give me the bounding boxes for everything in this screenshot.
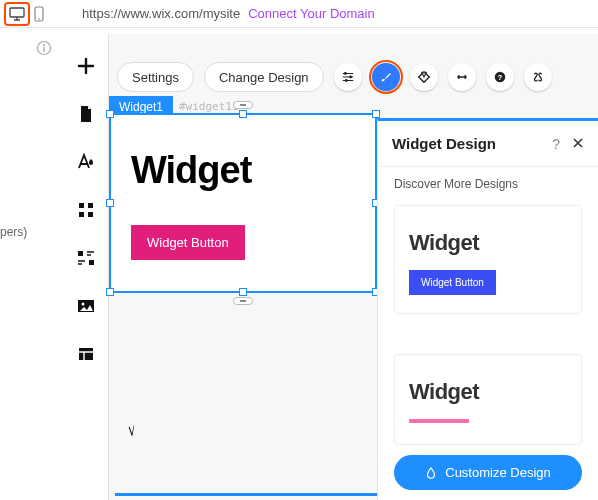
widget-selection[interactable]: Widget Widget Button	[109, 113, 377, 293]
connect-icon	[531, 70, 545, 84]
add-tool[interactable]	[72, 52, 100, 80]
svg-point-16	[349, 76, 352, 79]
drag-handle-bottom[interactable]	[233, 297, 253, 305]
sliders-icon	[341, 70, 355, 84]
design-preview-button	[409, 419, 469, 423]
panel-close-button[interactable]	[572, 136, 584, 152]
svg-point-17	[344, 79, 347, 82]
svg-rect-5	[43, 47, 44, 52]
svg-point-2	[38, 18, 40, 20]
panel-help-button[interactable]: ?	[552, 136, 560, 152]
svg-rect-14	[79, 348, 93, 360]
customize-design-button[interactable]: Customize Design	[394, 455, 582, 490]
info-icon[interactable]	[36, 40, 52, 59]
design-brush-button[interactable]	[372, 63, 400, 91]
design-preview-title: Widget	[409, 379, 567, 405]
help-button[interactable]: ?	[486, 63, 514, 91]
media-tool[interactable]	[72, 292, 100, 320]
svg-text:?: ?	[497, 73, 502, 82]
desktop-view-button[interactable]	[6, 4, 28, 24]
paint-drop-icon	[425, 467, 437, 479]
layout-icon	[78, 347, 94, 361]
text-drop-icon	[77, 153, 95, 171]
resize-handle-ml[interactable]	[106, 199, 114, 207]
desktop-icon	[9, 7, 25, 21]
site-url: https://www.wix.com/mysite	[82, 6, 240, 21]
grid-tool[interactable]	[72, 196, 100, 224]
animate-button[interactable]	[410, 63, 438, 91]
design-option-1[interactable]: Widget Widget Button	[394, 205, 582, 314]
svg-rect-9	[88, 212, 93, 217]
svg-point-15	[344, 72, 347, 75]
design-preview-title: Widget	[409, 230, 567, 256]
svg-rect-11	[89, 260, 94, 265]
design-preview-button: Widget Button	[409, 270, 496, 295]
image-icon	[77, 299, 95, 313]
widget-heading[interactable]: Widget	[131, 149, 251, 192]
mobile-view-button[interactable]	[28, 4, 50, 24]
svg-rect-0	[10, 8, 24, 17]
sections-icon	[77, 250, 95, 266]
svg-rect-10	[78, 251, 83, 256]
widget-button[interactable]: Widget Button	[131, 225, 245, 260]
resize-handle-bm[interactable]	[239, 288, 247, 296]
stretch-button[interactable]	[448, 63, 476, 91]
question-icon: ?	[493, 70, 507, 84]
panel-title: Widget Design	[392, 135, 552, 152]
change-design-button[interactable]: Change Design	[204, 62, 324, 92]
resize-handle-tm[interactable]	[239, 110, 247, 118]
drag-handle-top[interactable]	[233, 101, 253, 109]
design-panel: Widget Design ? Discover More Designs Wi…	[377, 118, 598, 500]
svg-point-13	[82, 303, 85, 306]
close-icon	[572, 137, 584, 149]
sections-tool[interactable]	[72, 244, 100, 272]
resize-handle-tl[interactable]	[106, 110, 114, 118]
resize-handle-tr[interactable]	[372, 110, 380, 118]
plus-icon	[76, 56, 96, 76]
stretch-icon	[455, 70, 469, 84]
resize-handle-bl[interactable]	[106, 288, 114, 296]
svg-rect-6	[79, 203, 84, 208]
filters-button[interactable]	[334, 63, 362, 91]
svg-rect-7	[88, 203, 93, 208]
settings-button[interactable]: Settings	[117, 62, 194, 92]
grid-icon	[78, 202, 94, 218]
page-icon	[78, 105, 94, 123]
svg-rect-8	[79, 212, 84, 217]
connect-data-button[interactable]	[524, 63, 552, 91]
svg-point-4	[43, 44, 45, 46]
panel-subtitle: Discover More Designs	[378, 166, 598, 197]
pages-tool[interactable]	[72, 100, 100, 128]
text-tool[interactable]	[72, 148, 100, 176]
customize-design-label: Customize Design	[445, 465, 551, 480]
diamond-icon	[417, 70, 431, 84]
design-option-2[interactable]: Widget	[394, 354, 582, 445]
left-panel-truncated-text: pers)	[0, 225, 27, 239]
brush-icon	[379, 70, 393, 84]
layout-tool[interactable]	[72, 340, 100, 368]
widget-id-label: #widget11	[179, 100, 239, 113]
mobile-icon	[34, 6, 44, 22]
connect-domain-link[interactable]: Connect Your Domain	[248, 6, 374, 21]
